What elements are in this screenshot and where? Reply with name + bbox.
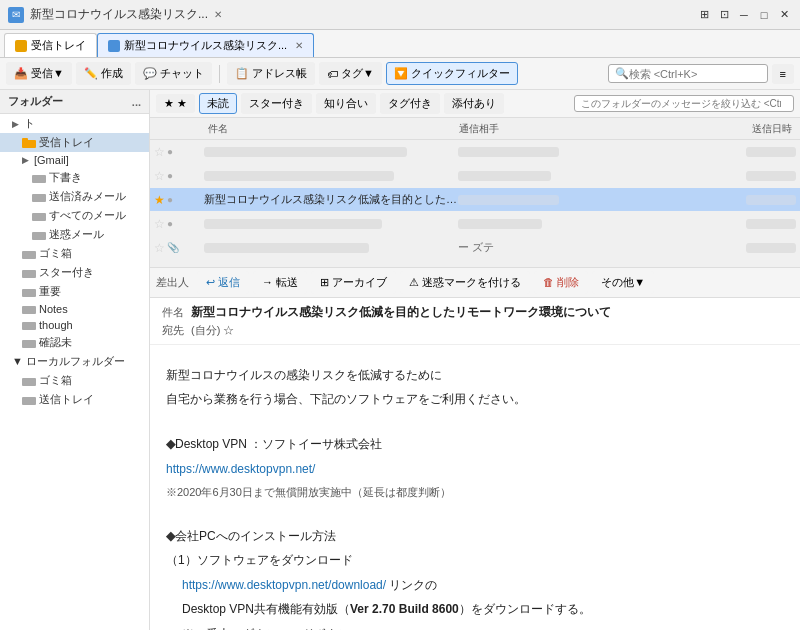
- search-input[interactable]: [629, 68, 759, 80]
- spam-button[interactable]: ⚠ 迷惑マークを付ける: [400, 271, 530, 294]
- star-icon-2[interactable]: ☆: [154, 169, 165, 183]
- sidebar-item-root-label: ト: [24, 116, 35, 131]
- sidebar-item-sent[interactable]: 送信済みメール: [0, 187, 149, 206]
- folder-icon-allmail: [32, 211, 46, 221]
- read-icon-4: ●: [167, 218, 173, 229]
- table-row[interactable]: ☆ ●: [150, 140, 800, 164]
- sidebar-header-label: フォルダー: [8, 94, 63, 109]
- star-icon-1[interactable]: ☆: [154, 145, 165, 159]
- chat-button[interactable]: 💬 チャット: [135, 62, 212, 85]
- sidebar-item-though[interactable]: though: [0, 317, 149, 333]
- sidebar-item-unconfirmed[interactable]: 確認未: [0, 333, 149, 352]
- filter-starred-btn[interactable]: スター付き: [241, 93, 312, 114]
- sidebar-item-local-trash-label: ゴミ箱: [39, 373, 72, 388]
- search-icon: 🔍: [615, 67, 629, 80]
- to-label: 宛先: [162, 324, 184, 336]
- sidebar-item-starred[interactable]: スター付き: [0, 263, 149, 282]
- tag-button[interactable]: 🏷 タグ▼: [319, 62, 382, 85]
- archive-button[interactable]: ⊞ アーカイブ: [311, 271, 396, 294]
- sidebar-item-drafts[interactable]: 下書き: [0, 168, 149, 187]
- read-icon-1: ●: [167, 146, 173, 157]
- sidebar-item-local[interactable]: ▼ ローカルフォルダー: [0, 352, 149, 371]
- sidebar-item-root[interactable]: ▶ ト: [0, 114, 149, 133]
- svg-rect-1: [22, 138, 28, 142]
- table-row[interactable]: ☆ ●: [150, 164, 800, 188]
- msg-date-3: [627, 193, 796, 207]
- sidebar-item-drafts-label: 下書き: [49, 170, 82, 185]
- sidebar-item-inbox[interactable]: 受信トレイ: [0, 133, 149, 152]
- msg-icons-3: ★ ●: [154, 193, 204, 207]
- receive-button[interactable]: 📥 受信▼: [6, 62, 72, 85]
- msg-subject-1: [204, 145, 458, 159]
- filter-tagged-btn[interactable]: タグ付き: [380, 93, 440, 114]
- msg-filter-search[interactable]: [574, 95, 794, 112]
- table-row[interactable]: ☆ 📎 ー ズテ: [150, 236, 800, 260]
- table-row[interactable]: ☆ ●: [150, 212, 800, 236]
- message-list-header: 件名 通信相手 送信日時: [150, 118, 800, 140]
- sidebar-item-important[interactable]: 重要: [0, 282, 149, 301]
- sidebar-item-inbox-label: 受信トレイ: [39, 135, 94, 150]
- filter-unread-btn[interactable]: 未読: [199, 93, 237, 114]
- addressbook-button[interactable]: 📋 アドレス帳: [227, 62, 315, 85]
- svg-rect-7: [22, 270, 36, 278]
- reply-button[interactable]: ↩ 返信: [197, 271, 249, 294]
- sidebar-item-gmail-label: [Gmail]: [34, 154, 69, 166]
- separator-1: [219, 65, 220, 83]
- titlebar-left: ✉ 新型コロナウイルス感染リスク... ✕: [8, 6, 222, 23]
- sidebar-item-local-sent[interactable]: 送信トレイ: [0, 390, 149, 409]
- forward-button[interactable]: → 転送: [253, 271, 307, 294]
- icon2-btn[interactable]: ⊡: [716, 7, 732, 23]
- download-url[interactable]: https://www.desktopvpn.net/download/: [182, 578, 386, 592]
- tab-inbox-label: 受信トレイ: [31, 38, 86, 53]
- msg-filter-input[interactable]: [581, 98, 781, 109]
- sidebar-item-trash[interactable]: ゴミ箱: [0, 244, 149, 263]
- compose-button[interactable]: ✏️ 作成: [76, 62, 131, 85]
- sidebar-more-btn[interactable]: ...: [132, 96, 141, 108]
- minimize-btn[interactable]: ─: [736, 7, 752, 23]
- star-icon-5[interactable]: ☆: [154, 241, 165, 255]
- tab-inbox[interactable]: 受信トレイ: [4, 33, 97, 57]
- star-filter-icon: ★: [164, 97, 174, 110]
- search-box[interactable]: 🔍: [608, 64, 768, 83]
- maximize-btn[interactable]: □: [756, 7, 772, 23]
- sidebar-item-gmail[interactable]: ▶ [Gmail]: [0, 152, 149, 168]
- msg-contact-4: [458, 217, 627, 231]
- filter-attached-btn[interactable]: 添付あり: [444, 93, 504, 114]
- svg-rect-6: [22, 251, 36, 259]
- svg-rect-8: [22, 289, 36, 297]
- close-tab-icon[interactable]: ✕: [214, 9, 222, 20]
- menu-button[interactable]: ≡: [772, 64, 794, 84]
- window-controls: ⊞ ⊡ ─ □ ✕: [696, 7, 792, 23]
- sidebar-item-notes[interactable]: Notes: [0, 301, 149, 317]
- msg-contact-1: [458, 145, 627, 159]
- vpn-url[interactable]: https://www.desktopvpn.net/: [166, 462, 315, 476]
- subject-value: 新型コロナウイルス感染リスク低減を目的としたリモートワーク環境について: [191, 305, 611, 319]
- filter-all-btn[interactable]: ★ ★: [156, 94, 195, 113]
- header-subject[interactable]: 件名: [204, 120, 455, 138]
- tab-email[interactable]: 新型コロナウイルス感染リスク... ✕: [97, 33, 314, 57]
- filter-button[interactable]: 🔽 クイックフィルター: [386, 62, 518, 85]
- receive-icon: 📥: [14, 67, 28, 80]
- tag-label: タグ▼: [341, 66, 374, 81]
- sidebar-item-important-label: 重要: [39, 284, 61, 299]
- more-button[interactable]: その他▼: [592, 271, 654, 294]
- header-date[interactable]: 送信日時: [626, 120, 796, 138]
- header-contact[interactable]: 通信相手: [455, 120, 625, 138]
- folder-icon-drafts: [32, 173, 46, 183]
- star-icon-4[interactable]: ☆: [154, 217, 165, 231]
- table-row[interactable]: ★ ● 新型コロナウイルス感染リスク低減を目的としたリモートワーク環境につ...: [150, 188, 800, 212]
- sidebar-item-spam[interactable]: 迷惑メール: [0, 225, 149, 244]
- msg-contact-5: ー ズテ: [458, 240, 627, 255]
- close-tab-btn[interactable]: ✕: [295, 40, 303, 51]
- sidebar-item-trash-label: ゴミ箱: [39, 246, 72, 261]
- star-icon-3[interactable]: ★: [154, 193, 165, 207]
- addressbook-icon: 📋: [235, 67, 249, 80]
- filter-contact-btn[interactable]: 知り合い: [316, 93, 376, 114]
- close-btn[interactable]: ✕: [776, 7, 792, 23]
- read-icon-2: ●: [167, 170, 173, 181]
- icon1-btn[interactable]: ⊞: [696, 7, 712, 23]
- delete-button[interactable]: 🗑 削除: [534, 271, 588, 294]
- sidebar-item-local-trash[interactable]: ゴミ箱: [0, 371, 149, 390]
- sender-label: 差出人: [156, 275, 189, 290]
- sidebar-item-allmail[interactable]: すべてのメール: [0, 206, 149, 225]
